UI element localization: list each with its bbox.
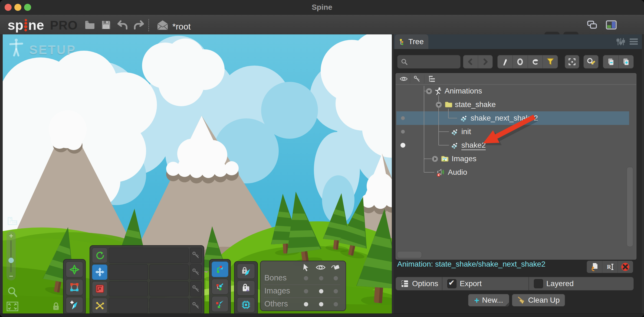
zoom-out-icon[interactable]: −	[6, 272, 16, 280]
back-button[interactable]	[463, 55, 478, 68]
magnifier-icon[interactable]	[7, 286, 18, 299]
shear-tool-button[interactable]	[92, 298, 107, 313]
images-select-dot[interactable]	[304, 289, 308, 293]
others-tag-dot[interactable]	[334, 302, 338, 306]
rotate-tool-button[interactable]	[92, 248, 107, 263]
tree-item-init[interactable]: init	[461, 127, 471, 136]
open-folder-icon[interactable]	[84, 20, 95, 30]
rotate-value-field[interactable]	[109, 248, 189, 263]
filter-funnel-button[interactable]	[543, 55, 558, 68]
shear-key-button[interactable]	[190, 298, 202, 313]
skeleton-name[interactable]: *root	[172, 22, 191, 32]
views-split-icon[interactable]	[606, 20, 617, 31]
bones-select-dot[interactable]	[304, 276, 308, 280]
tree-item-shake-next-shake2[interactable]: shake_next_shake2	[471, 114, 538, 122]
shear-y-field[interactable]	[149, 298, 189, 313]
clip-filter-button[interactable]	[528, 55, 543, 68]
lock-icon	[52, 302, 60, 312]
images-folder-icon	[441, 155, 449, 163]
tree-item-shake2[interactable]: shake2	[461, 141, 486, 150]
select-cursor-icon[interactable]	[302, 263, 310, 273]
create-tool-button[interactable]	[66, 297, 83, 313]
panel-menu-icon[interactable]	[630, 38, 638, 46]
dot-init[interactable]	[401, 130, 405, 134]
save-icon[interactable]	[101, 20, 111, 31]
pose-tool-button[interactable]	[212, 261, 228, 277]
ik-tool-button[interactable]	[212, 296, 228, 312]
bounding-box-tool-button[interactable]	[66, 279, 83, 295]
translate-x-field[interactable]	[109, 264, 148, 280]
tag-icon[interactable]	[330, 263, 340, 273]
tree-view[interactable]: Animations state_shake shake_next_shake2…	[396, 73, 636, 260]
delete-button[interactable]	[617, 261, 633, 273]
eye-icon[interactable]	[316, 264, 326, 272]
others-visible-dot[interactable]	[319, 302, 323, 306]
export-toggle[interactable]: Export	[442, 277, 528, 290]
dot-shake2[interactable]	[400, 143, 405, 148]
lock-bones-button[interactable]	[237, 264, 255, 279]
expand-all-button[interactable]	[618, 55, 634, 68]
animation-clip-icon	[451, 128, 459, 137]
collapse-all-button[interactable]	[603, 55, 618, 68]
rotate-pivot-tool-button[interactable]	[66, 261, 83, 277]
tree-vertical-scrollbar[interactable]	[627, 167, 633, 247]
tree-item-state-shake[interactable]: state_shake	[455, 100, 496, 109]
layered-toggle[interactable]: Layered	[529, 277, 574, 290]
search-input[interactable]	[397, 55, 461, 69]
tree-item-images[interactable]: Images	[452, 154, 477, 163]
translate-key-button[interactable]	[190, 264, 202, 280]
export-checkbox[interactable]	[447, 279, 456, 288]
expander-images[interactable]	[432, 156, 438, 163]
export-mail-icon[interactable]	[156, 20, 169, 32]
bones-visible-dot[interactable]	[319, 276, 323, 280]
tab-tree[interactable]: Tree	[395, 34, 428, 49]
options-button[interactable]: Options	[396, 277, 442, 290]
ruler-icon[interactable]	[7, 216, 18, 228]
undo-icon[interactable]	[117, 20, 128, 31]
pose-tools-palette	[209, 259, 231, 313]
shear-row	[92, 298, 202, 313]
shear-x-field[interactable]	[109, 298, 148, 313]
windows-icon[interactable]	[587, 20, 598, 31]
scale-key-button[interactable]	[190, 281, 202, 297]
weights-tool-button[interactable]	[212, 279, 228, 295]
search-settings-button[interactable]	[583, 55, 599, 69]
viewport-canvas[interactable]: SETUP + −	[3, 34, 392, 313]
zoom-in-icon[interactable]: +	[6, 232, 16, 240]
duplicate-button[interactable]	[587, 261, 602, 273]
bone-filter-button[interactable]	[498, 55, 512, 68]
images-visible-dot[interactable]	[319, 289, 323, 293]
rename-button[interactable]: R	[602, 261, 617, 273]
center-selection-button[interactable]	[565, 55, 579, 69]
images-tag-dot[interactable]	[334, 289, 338, 293]
tree-item-animations[interactable]: Animations	[445, 87, 482, 95]
layered-checkbox[interactable]	[534, 279, 543, 288]
spine-logo-dots-icon	[24, 19, 27, 31]
others-select-dot[interactable]	[304, 302, 308, 306]
lock-images-button[interactable]	[237, 280, 255, 296]
new-animation-button[interactable]: + New...	[468, 294, 509, 306]
scale-x-field[interactable]	[109, 281, 148, 297]
panel-settings-icon[interactable]	[616, 38, 625, 47]
scale-tool-button[interactable]	[92, 281, 107, 297]
clean-up-button[interactable]: Clean Up	[512, 294, 565, 306]
constraint-filter-button[interactable]	[512, 55, 528, 68]
fit-screen-icon[interactable]	[6, 302, 18, 312]
redo-icon[interactable]	[133, 20, 144, 31]
grid-snap-button[interactable]	[237, 297, 255, 312]
tree-item-audio[interactable]: Audio	[448, 168, 467, 177]
expander-animations[interactable]	[426, 88, 432, 96]
panel-tabstrip: Tree	[394, 34, 642, 49]
translate-y-field[interactable]	[149, 264, 189, 280]
tree-horizontal-scrollbar[interactable]	[397, 251, 422, 258]
zoom-slider[interactable]: + −	[6, 231, 16, 280]
expander-state-shake[interactable]	[435, 101, 442, 109]
setup-figure-icon	[9, 38, 23, 57]
bones-tag-dot[interactable]	[334, 276, 338, 280]
rotate-key-button[interactable]	[190, 248, 202, 263]
scale-y-field[interactable]	[149, 281, 189, 297]
zoom-slider-knob[interactable]	[8, 258, 14, 263]
translate-tool-button[interactable]	[92, 264, 107, 280]
dot-shake-next-shake2[interactable]	[401, 116, 405, 120]
forward-button[interactable]	[478, 55, 493, 68]
